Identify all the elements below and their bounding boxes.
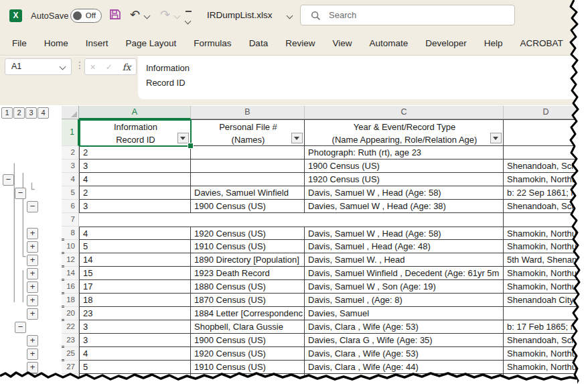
autosave-toggle[interactable]: Off [70, 9, 102, 23]
cell[interactable]: 1920 Census (US) [191, 347, 305, 361]
cell[interactable]: 5 [79, 361, 191, 374]
cell[interactable]: 1890 Directory [Population] [191, 253, 305, 267]
tab-data[interactable]: Data [240, 38, 277, 48]
cell[interactable]: Davis, Samuel , (Age: 8) [305, 294, 504, 307]
expand-group-button-row-25[interactable]: + [27, 348, 38, 360]
outline-level-1-button[interactable]: 1 [1, 107, 13, 119]
tab-insert[interactable]: Insert [77, 38, 117, 48]
cell[interactable]: 3 [79, 320, 191, 334]
cell[interactable]: b: 17 Feb 1865; m: [504, 320, 588, 334]
collapse-group-button-row-22[interactable]: − [15, 322, 26, 333]
filter-dropdown-icon[interactable] [490, 133, 502, 143]
cell[interactable]: Shamokin, Northu [504, 240, 588, 253]
collapse-group-button-row-4[interactable]: − [3, 174, 14, 186]
collapse-group-button-row-5[interactable]: − [15, 188, 26, 199]
cell[interactable] [191, 173, 305, 186]
cell[interactable]: Davies, Clara G , Wife (Age: 35) [305, 334, 504, 347]
cell[interactable]: Davis, Samuel W , Head (Age: 58) [305, 186, 504, 200]
save-icon[interactable] [108, 8, 121, 21]
cell[interactable]: 18 [79, 294, 191, 307]
collapse-group-button-row-6[interactable]: − [27, 201, 38, 212]
cell[interactable]: Davis, Samuel W. , Head [305, 253, 504, 267]
row-header-3[interactable]: 3 [62, 159, 79, 173]
row-header-20[interactable]: 20 [62, 307, 79, 320]
cell[interactable] [79, 374, 191, 384]
name-box-chevron-icon[interactable] [60, 64, 66, 70]
filename-dropdown-chevron-icon[interactable] [287, 13, 293, 19]
expand-group-button-row-14[interactable]: + [27, 268, 38, 279]
cell[interactable] [191, 159, 305, 173]
search-box[interactable]: Search [300, 5, 515, 25]
expand-group-button-row-23[interactable]: + [27, 335, 38, 346]
expand-group-button-row-10[interactable]: + [27, 241, 38, 253]
tab-home[interactable]: Home [35, 38, 77, 48]
expand-group-button-row-27[interactable]: + [27, 362, 38, 373]
cell[interactable]: Shenandoah City, [504, 294, 588, 307]
cell[interactable]: Davis, Samuel W , Son (Age: 19) [305, 280, 504, 294]
column-header-B[interactable]: B [191, 106, 305, 119]
cell[interactable]: Davies, Samuel W , Head (Age: 38) [305, 200, 504, 213]
insert-function-icon[interactable]: fx [123, 62, 131, 72]
cell[interactable]: 3 [79, 334, 191, 347]
cell[interactable]: 2 [79, 146, 191, 159]
cell[interactable] [191, 374, 305, 384]
cell[interactable]: 15 [79, 267, 191, 280]
cell[interactable]: 1880 Census (US) [191, 280, 305, 294]
row-header-2[interactable]: 2 [62, 146, 79, 159]
column-header-A[interactable]: A [79, 106, 191, 119]
cell[interactable] [191, 213, 305, 227]
cell[interactable]: 17 [79, 280, 191, 294]
undo-icon[interactable]: ↶ [130, 7, 140, 22]
row-header-27[interactable]: 27 [62, 361, 79, 374]
tab-automate[interactable]: Automate [360, 38, 417, 48]
cell[interactable] [504, 307, 588, 320]
cell[interactable]: 5th Ward, Shenan [504, 253, 588, 267]
row-header-12[interactable]: 12 [62, 253, 79, 267]
row-header-8[interactable]: 8 [62, 227, 79, 240]
cell[interactable]: Davis, Clara , Wife (Age: 53) [305, 320, 504, 334]
column-header-D[interactable]: D [504, 106, 588, 119]
cell[interactable]: 23 [79, 307, 191, 320]
outline-level-3-button[interactable]: 3 [25, 107, 37, 119]
expand-group-button-row-8[interactable]: + [27, 228, 38, 239]
tab-review[interactable]: Review [277, 38, 323, 48]
row-header-7[interactable]: 7 [62, 213, 79, 227]
tab-acrobat[interactable]: ACROBAT [512, 38, 572, 48]
outline-level-2-button[interactable]: 2 [13, 107, 25, 119]
cell[interactable]: b: 22 Sep 1861; m: [504, 186, 588, 200]
cell[interactable]: Shenandoah, Schu [504, 159, 588, 173]
cell[interactable]: 5 [79, 240, 191, 253]
column-header-C[interactable]: C [305, 106, 504, 119]
cell[interactable] [191, 146, 305, 159]
row-header-4[interactable]: 4 [62, 173, 79, 186]
cell[interactable]: 1900 Census (US) [305, 159, 504, 173]
cell[interactable]: Shopbell, Clara Gussie [191, 320, 305, 334]
cell[interactable]: 4 [79, 227, 191, 240]
row-header-14[interactable]: 14 [62, 267, 79, 280]
expand-group-button-partial[interactable]: + [27, 373, 38, 384]
cell[interactable]: Shamokin, Northu [504, 227, 588, 240]
cell[interactable]: Davis, Samuel W , Head (Age: 58) [305, 227, 504, 240]
cell[interactable]: 1920 Census (US) [305, 173, 504, 186]
expand-group-button-row-18[interactable]: + [27, 295, 38, 306]
cell[interactable]: 1910 Census (US) [191, 361, 305, 374]
header-cell[interactable]: Personal File #(Names) [191, 119, 305, 146]
excel-app-icon[interactable]: X [9, 9, 22, 22]
row-header-5[interactable]: 5 [62, 186, 79, 200]
cell[interactable]: Davis, Samuel , Head (Age: 48) [305, 240, 504, 253]
quick-access-toolbar-more-icon[interactable] [186, 11, 192, 26]
tab-help[interactable]: Help [475, 38, 512, 48]
row-header-23[interactable]: 23 [62, 334, 79, 347]
cell[interactable]: Davies, Samuel [305, 307, 504, 320]
cell[interactable]: 1920 Census (US) [191, 227, 305, 240]
cell[interactable]: Shenandoah, Schu [504, 200, 588, 213]
row-header-1[interactable]: 1 [62, 119, 79, 146]
filter-dropdown-icon[interactable] [291, 133, 303, 143]
tab-formulas[interactable]: Formulas [185, 38, 240, 48]
cell[interactable]: Shamokin, Northu [504, 173, 588, 186]
workbook-filename[interactable]: IRDumpList.xlsx [207, 10, 273, 20]
header-cell[interactable]: InformationRecord ID [79, 119, 191, 146]
cell[interactable] [504, 146, 588, 159]
header-cell[interactable] [504, 119, 588, 146]
cell[interactable]: 1910 Census (US) [191, 240, 305, 253]
